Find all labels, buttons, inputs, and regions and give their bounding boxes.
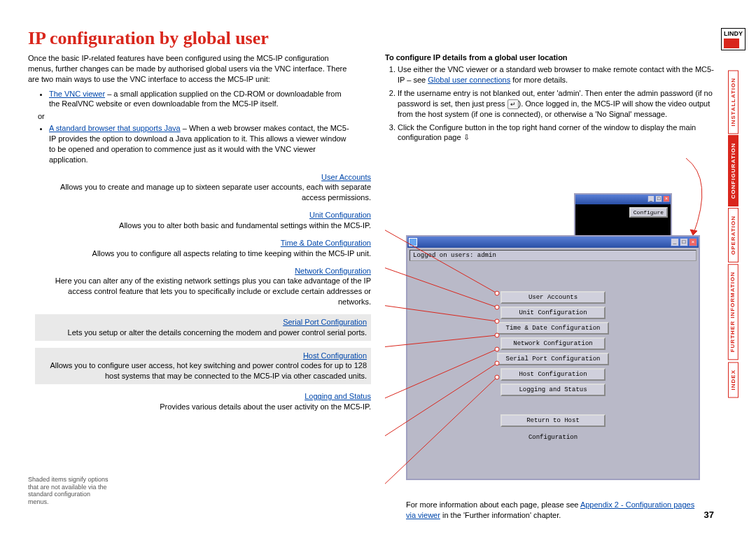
tab-configuration[interactable]: CONFIGURATION [728, 135, 738, 206]
tab-index[interactable]: INDEX [728, 362, 738, 398]
steps-heading: To configure IP details from a global us… [385, 53, 568, 62]
intro-text: Once the basic IP-related features have … [28, 53, 350, 85]
vnc-btn-serial-port-configuration[interactable]: Serial Port Configuration [497, 353, 608, 365]
desc-link[interactable]: Logging and Status [35, 391, 371, 402]
desc-host-configuration: Host ConfigurationAllows you to configur… [35, 348, 371, 385]
page-title: IP configuration by global user [28, 28, 714, 49]
vnc-btn-host-configuration[interactable]: Host Configuration [500, 368, 606, 381]
vnc-btn-unit-configuration[interactable]: Unit Configuration [500, 307, 606, 319]
min-icon[interactable]: _ [671, 238, 679, 246]
desc-serial-port-configuration: Serial Port ConfigurationLets you setup … [35, 314, 371, 341]
page-number: 37 [704, 510, 714, 520]
vnc-btn-time-date-configuration[interactable]: Time & Date Configuration [497, 322, 608, 335]
desc-user-accounts: User AccountsAllows you to create and ma… [35, 172, 371, 204]
max-icon[interactable]: □ [655, 195, 662, 202]
desc-unit-configuration: Unit ConfigurationAllows you to alter bo… [35, 210, 371, 231]
bullet-vnc-viewer: The VNC viewer – a small application sup… [49, 89, 350, 110]
min-icon[interactable]: _ [648, 195, 654, 202]
close-icon[interactable]: × [689, 238, 697, 246]
desc-link[interactable]: Unit Configuration [35, 210, 371, 220]
vnc-app-icon [409, 238, 417, 246]
desc-time-date-configuration: Time & Date ConfigurationAllows you to c… [35, 238, 371, 259]
tab-installation[interactable]: INSTALLATION [728, 70, 738, 134]
vnc-btn-user-accounts[interactable]: User Accounts [500, 291, 606, 304]
vnc-viewer-link[interactable]: The VNC viewer [49, 90, 105, 98]
vnc-btn-network-configuration[interactable]: Network Configuration [500, 337, 606, 350]
step-3: Click the Configure button in the top ri… [398, 122, 714, 143]
desc-network-configuration: Network ConfigurationHere you can alter … [35, 266, 371, 307]
vnc-return-button[interactable]: Return to Host [500, 414, 606, 427]
java-browser-link[interactable]: A standard browser that supports Java [49, 124, 181, 132]
tab-further-information[interactable]: FURTHER INFORMATION [728, 264, 738, 360]
max-icon[interactable]: □ [680, 238, 688, 246]
desc-logging-and-status: Logging and StatusProvides various detai… [35, 391, 371, 412]
vnc-status-bar: Logged on users: admin [410, 250, 696, 261]
brand-logo: LINDY [721, 28, 746, 50]
global-user-connections-link[interactable]: Global user connections [428, 76, 510, 84]
step-2: If the username entry is not blanked out… [398, 88, 714, 120]
shaded-note: Shaded items signify options that are no… [28, 476, 112, 506]
desc-link[interactable]: Host Configuration [39, 351, 367, 361]
tab-operation[interactable]: OPERATION [728, 208, 738, 262]
bullet-java-browser: A standard browser that supports Java – … [49, 123, 350, 164]
configure-button[interactable]: Configure [629, 207, 668, 218]
close-icon[interactable]: × [663, 195, 670, 202]
vnc-btn-logging-and-status[interactable]: Logging and Status [500, 384, 606, 396]
desc-link[interactable]: Network Configuration [35, 266, 371, 276]
vnc-config-window: _□× Logged on users: admin User Accounts… [406, 235, 700, 480]
vnc-footer: Configuration [407, 427, 699, 447]
footer-more-info: For more information about each page, pl… [406, 500, 700, 521]
enter-key-icon: ↵ [507, 99, 519, 109]
step-1: Use either the VNC viewer or a standard … [398, 64, 714, 85]
desc-link[interactable]: Serial Port Configuration [39, 317, 367, 328]
desc-link[interactable]: User Accounts [35, 172, 371, 183]
or-text: or [28, 112, 371, 120]
svg-marker-14 [690, 230, 697, 235]
desc-link[interactable]: Time & Date Configuration [35, 238, 371, 248]
